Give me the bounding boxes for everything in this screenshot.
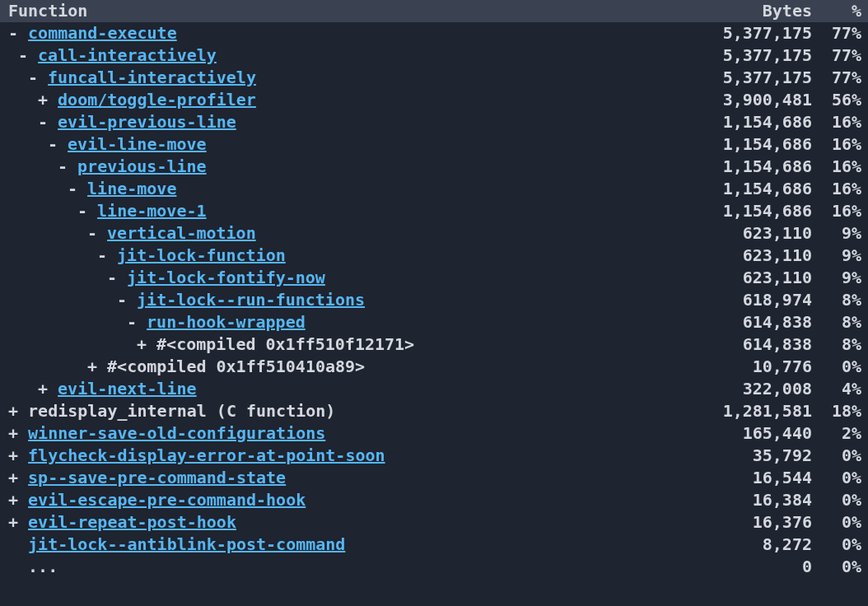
collapse-icon[interactable]: - [77,200,87,222]
table-row[interactable]: + evil-escape-pre-command-hook16,3840% [0,489,868,511]
expand-icon[interactable]: + [8,400,18,422]
collapse-icon[interactable]: - [18,44,28,67]
expand-icon[interactable]: + [8,511,18,534]
function-name[interactable]: jit-lock-function [117,245,286,265]
table-row[interactable]: + flycheck-display-error-at-point-soon35… [0,445,868,467]
function-name[interactable]: call-interactively [38,45,217,65]
bytes-cell: 16,384 [697,489,812,511]
expand-icon[interactable]: + [137,333,147,356]
collapse-icon[interactable]: - [38,111,48,133]
function-cell: + winner-save-old-configurations [8,422,697,445]
table-row[interactable]: - funcall-interactively5,377,17577% [0,67,868,89]
percent-cell: 16% [812,133,861,156]
bytes-cell: 1,154,686 [697,200,812,222]
function-name[interactable]: evil-previous-line [58,112,236,132]
table-row[interactable]: - jit-lock--run-functions618,9748% [0,289,868,311]
table-row[interactable]: - call-interactively5,377,17577% [0,44,868,67]
function-cell: + evil-next-line [8,378,697,400]
collapse-icon[interactable]: - [28,67,38,89]
expand-icon[interactable]: + [38,89,48,111]
function-name[interactable]: evil-next-line [58,379,197,399]
table-row[interactable]: - run-hook-wrapped614,8388% [0,311,868,333]
function-name[interactable]: line-move-1 [97,201,206,221]
percent-cell: 8% [812,289,861,311]
table-row[interactable]: ...00% [0,556,868,578]
table-row[interactable]: - line-move-11,154,68616% [0,200,868,222]
bytes-cell: 322,008 [697,378,812,400]
bytes-cell: 5,377,175 [697,44,812,67]
collapse-icon[interactable]: - [48,133,58,156]
table-row[interactable]: + doom/toggle-profiler3,900,48156% [0,89,868,111]
table-row[interactable]: + redisplay_internal (C function)1,281,5… [0,400,868,422]
collapse-icon[interactable]: - [68,178,77,200]
collapse-icon[interactable]: - [127,311,137,333]
table-row[interactable]: jit-lock--antiblink-post-command8,2720% [0,534,868,556]
function-cell: - previous-line [8,156,697,178]
function-name[interactable]: run-hook-wrapped [147,312,306,332]
function-name[interactable]: sp--save-pre-command-state [28,468,286,487]
table-row[interactable]: - previous-line1,154,68616% [0,156,868,178]
bytes-cell: 5,377,175 [697,22,812,44]
function-name[interactable]: command-execute [28,23,177,43]
function-cell: - line-move [8,178,697,200]
function-name[interactable]: winner-save-old-configurations [28,423,325,443]
percent-cell: 18% [812,400,861,422]
expand-icon[interactable]: + [87,356,97,378]
collapse-icon[interactable]: - [117,289,127,311]
table-row[interactable]: - jit-lock-function623,1109% [0,245,868,267]
table-row[interactable]: + winner-save-old-configurations165,4402… [0,422,868,445]
expand-icon[interactable]: + [8,445,18,467]
function-name[interactable]: jit-lock--run-functions [137,290,365,310]
bytes-cell: 10,776 [697,356,812,378]
header-bytes[interactable]: Bytes [697,0,812,22]
percent-cell: 77% [812,22,861,44]
table-row[interactable]: - vertical-motion623,1109% [0,222,868,245]
expand-icon[interactable]: + [8,467,18,489]
function-cell: - jit-lock--run-functions [8,289,697,311]
table-row[interactable]: + evil-repeat-post-hook16,3760% [0,511,868,534]
function-name[interactable]: jit-lock-fontify-now [127,268,325,287]
bytes-cell: 1,154,686 [697,178,812,200]
percent-cell: 16% [812,178,861,200]
profiler-tree: - command-execute5,377,17577%- call-inte… [0,22,868,578]
table-row[interactable]: + sp--save-pre-command-state16,5440% [0,467,868,489]
table-row[interactable]: - command-execute5,377,17577% [0,22,868,44]
percent-cell: 8% [812,311,861,333]
table-row[interactable]: - evil-line-move1,154,68616% [0,133,868,156]
percent-cell: 0% [812,511,861,534]
bytes-cell: 1,154,686 [697,156,812,178]
collapse-icon[interactable]: - [107,267,117,289]
table-row[interactable]: + #<compiled 0x1ff510f12171>614,8388% [0,333,868,356]
function-name[interactable]: doom/toggle-profiler [58,90,256,110]
bytes-cell: 1,154,686 [697,133,812,156]
expand-icon[interactable]: + [38,378,48,400]
collapse-icon[interactable]: - [58,156,68,178]
function-name[interactable]: evil-line-move [68,134,207,154]
header-percent[interactable]: % [812,0,861,22]
function-cell: jit-lock--antiblink-post-command [8,534,697,556]
collapse-icon[interactable]: - [87,222,97,245]
function-name[interactable]: line-move [87,179,176,198]
table-row[interactable]: + evil-next-line322,0084% [0,378,868,400]
function-name[interactable]: vertical-motion [107,223,256,243]
expand-icon[interactable]: + [8,422,18,445]
function-name[interactable]: evil-repeat-post-hook [28,512,236,532]
header-function[interactable]: Function [8,0,697,22]
function-cell: + #<compiled 0x1ff510410a89> [8,356,697,378]
percent-cell: 0% [812,556,861,578]
function-name[interactable]: jit-lock--antiblink-post-command [28,534,345,554]
function-name[interactable]: funcall-interactively [48,68,256,87]
function-name[interactable]: evil-escape-pre-command-hook [28,490,306,510]
table-row[interactable]: - jit-lock-fontify-now623,1109% [0,267,868,289]
table-row[interactable]: - line-move1,154,68616% [0,178,868,200]
collapse-icon[interactable]: - [8,22,18,44]
function-name[interactable]: previous-line [77,156,207,176]
bytes-cell: 614,838 [697,333,812,356]
collapse-icon[interactable]: - [97,245,107,267]
table-row[interactable]: - evil-previous-line1,154,68616% [0,111,868,133]
percent-cell: 9% [812,222,861,245]
function-cell: + flycheck-display-error-at-point-soon [8,445,697,467]
function-name[interactable]: flycheck-display-error-at-point-soon [28,445,385,465]
table-row[interactable]: + #<compiled 0x1ff510410a89>10,7760% [0,356,868,378]
expand-icon[interactable]: + [8,489,18,511]
